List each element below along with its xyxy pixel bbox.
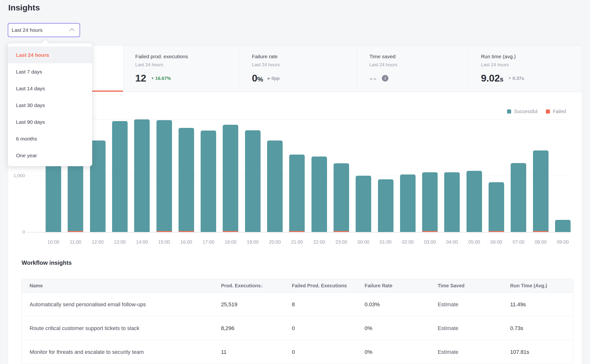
summary-card-value: -- [369,73,377,84]
run-time-cell: 0.73s [510,325,573,331]
workflow-name-cell: Route critical customer support tickets … [22,325,221,331]
bar-successful-segment [179,128,194,231]
table-row: Route critical customer support tickets … [22,316,573,340]
chevron-up-icon [69,28,74,33]
legend-swatch-icon [546,109,550,114]
column-header-name[interactable]: Name [22,283,221,289]
bar-2000 [267,141,283,232]
estimate-link[interactable]: Estimate [438,325,459,331]
workflow-insights-table: NameProd. Executions↓Failed Prod. Execut… [21,279,573,364]
summary-card-value-row: 0%▶0pp [252,73,280,84]
summary-card-value-row: 9.02s▼0.37s [481,73,524,84]
menu-item-6-months[interactable]: 6 months [8,130,92,147]
bar-0500 [467,171,482,232]
bar-0700 [511,163,526,232]
info-icon[interactable]: i [382,75,388,82]
failure-rate-cell: 0% [365,349,438,355]
workflow-link[interactable]: Monitor for threats and escalate to secu… [30,349,144,355]
chart-x-axis-line [27,232,570,232]
prod-executions-cell: 8,296 [221,325,292,331]
summary-card-run-time-avg-[interactable]: Run time (avg.)Last 24 hours9.02s▼0.37s [469,45,582,92]
bar-successful-segment [223,125,238,231]
menu-item-last-90-days[interactable]: Last 90 days [8,114,92,130]
x-axis-tick-label: 15:00 [153,239,175,245]
chart-legend: SuccessfulFailed [507,109,566,114]
summary-card-failure-rate[interactable]: Failure rateLast 24 hours0%▶0pp [240,45,357,92]
page-title: Insights [8,3,40,12]
time-range-selected-value: Last 24 hours [12,27,42,33]
summary-card-delta-text: 0pp [271,76,280,81]
time-saved-cell: Estimate [438,325,510,331]
bar-0300 [422,172,438,232]
insights-page: Insights Failed prod. executionsLast 24 … [0,0,590,364]
workflow-name-cell: Automatically send personalised email fo… [22,301,221,308]
summary-card-value-suffix: % [257,76,263,83]
column-header-prod-executions[interactable]: Prod. Executions↓ [221,283,292,289]
summary-card-title: Time saved [369,54,469,59]
menu-item-one-year[interactable]: One year [8,147,92,164]
bar-1300 [112,121,128,232]
bar-1600 [179,128,194,232]
estimate-link[interactable]: Estimate [438,349,459,355]
legend-item-successful[interactable]: Successful [507,109,538,114]
failure-rate-cell: 0% [365,325,438,331]
bar-successful-segment [334,163,349,231]
summary-card-title: Failed prod. executions [135,54,240,59]
x-axis-tick-label: 11:00 [64,239,87,245]
x-axis-tick-label: 00:00 [352,239,375,245]
workflow-insights-heading: Workflow insights [22,259,72,266]
summary-card-failed-prod-executions[interactable]: Failed prod. executionsLast 24 hours12▼1… [123,45,240,92]
x-axis-tick-label: 06:00 [485,239,508,245]
x-axis-tick-label: 13:00 [109,239,131,245]
column-header-failed-prod-executions[interactable]: Failed Prod. Executions [292,283,365,289]
column-header-time-saved[interactable]: Time Saved [438,283,510,289]
summary-card-delta: ▶0pp [268,76,280,81]
bar-0400 [444,172,460,232]
workflow-link[interactable]: Automatically send personalised email fo… [30,301,146,307]
workflow-name-cell: Monitor for threats and escalate to secu… [22,349,221,355]
menu-item-last-30-days[interactable]: Last 30 days [8,97,92,114]
table-row: Automatically send personalised email fo… [22,293,573,316]
trend-down-icon: ▼ [151,77,154,80]
column-header-failure-rate[interactable]: Failure Rate [365,283,438,289]
summary-card-subtitle: Last 24 hours [135,62,240,67]
x-axis-tick-label: 22:00 [308,239,330,245]
legend-item-failed[interactable]: Failed [546,109,566,114]
x-axis-tick-label: 04:00 [441,239,463,245]
summary-card-value-suffix: s [500,76,503,83]
x-axis-tick-label: 07:00 [507,239,530,245]
menu-item-last-7-days[interactable]: Last 7 days [8,63,92,80]
bar-2300 [334,163,349,232]
menu-item-last-24-hours[interactable]: Last 24 hours [8,47,92,63]
workflow-link[interactable]: Route critical customer support tickets … [30,325,139,331]
menu-item-last-14-days[interactable]: Last 14 days [8,80,92,97]
insights-panel: Failed prod. executionsLast 24 hours12▼1… [8,45,582,364]
summary-card-subtitle: Last 24 hours [252,62,357,67]
trend-down-icon: ▼ [508,77,511,80]
column-header-run-time-avg-[interactable]: Run Time (Avg.) [510,283,573,289]
bar-1400 [134,119,150,232]
x-axis-tick-label: 12:00 [87,239,109,245]
prod-executions-cell: 25,519 [221,301,292,308]
bar-0000 [356,176,371,232]
x-axis-tick-label: 05:00 [463,239,485,245]
bar-0600 [489,182,504,232]
summary-card-delta-text: 16.67% [155,76,171,81]
summary-card-time-saved[interactable]: Time savedLast 24 hours--i [357,45,469,92]
bar-0100 [378,179,393,232]
x-axis-tick-label: 19:00 [242,239,264,245]
bar-2100 [289,155,305,232]
summary-card-value-row: --i [369,73,388,84]
time-range-dropdown[interactable]: Last 24 hours [8,23,80,37]
bar-successful-segment [489,182,504,231]
run-time-cell: 11.49s [510,301,573,308]
time-saved-cell: Estimate [438,349,510,355]
time-saved-cell: Estimate [438,301,510,308]
y-axis-tick-label: 1,000 [8,173,25,178]
x-axis-tick-label: 14:00 [131,239,153,245]
bar-1500 [156,120,172,232]
x-axis-tick-label: 09:00 [552,239,574,245]
estimate-link[interactable]: Estimate [438,301,459,307]
summary-card-delta: ▼16.67% [151,76,171,81]
table-header-row: NameProd. Executions↓Failed Prod. Execut… [22,279,573,293]
